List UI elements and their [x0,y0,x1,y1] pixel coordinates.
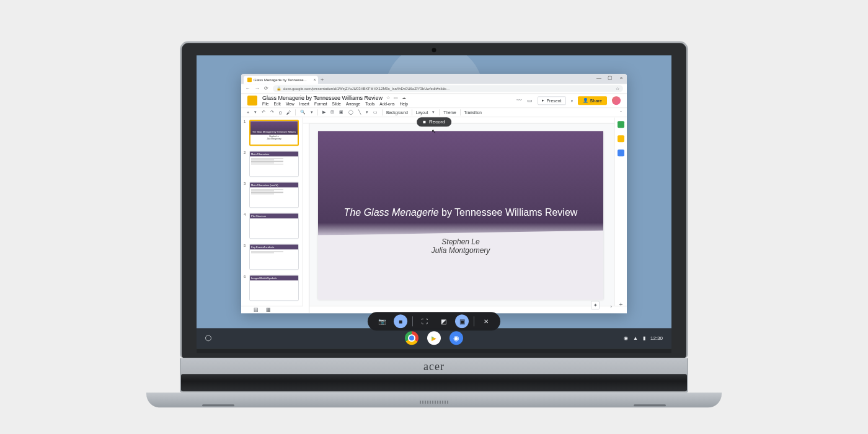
move-icon[interactable]: ▭ [394,95,398,100]
slide-thumbnail-1[interactable]: The Glass Menagerie by Tennessee William… [249,120,299,146]
video-icon: ■ [423,119,426,125]
collapse-toolbar-icon[interactable]: ˆ [620,110,622,115]
chevron-down-icon[interactable]: ▾ [254,110,257,115]
chevron-down-icon[interactable]: ▾ [310,110,314,115]
menu-tools[interactable]: Tools [365,102,374,106]
menu-view[interactable]: View [286,102,294,106]
back-icon[interactable]: ← [245,86,250,91]
battery-icon[interactable]: ▮ [643,335,645,341]
files-app-icon[interactable]: ◉ [450,331,463,345]
laptop-hinge [181,374,687,391]
chrome-app-icon[interactable] [405,331,418,345]
filmstrip-view-icon[interactable]: ▤ [254,307,259,312]
slide-thumbnail-5[interactable]: Key Events/Incidents [249,244,299,270]
screenshot-mode-button[interactable]: 📷 [375,314,389,328]
side-panel: + [614,117,627,313]
paint-format-button[interactable]: 🖌 [286,110,291,115]
shape-tool[interactable]: ◯ [348,110,354,115]
textbox-tool[interactable]: ⊞ [330,110,335,115]
window-close-icon[interactable]: × [618,75,624,81]
new-tab-button[interactable]: + [318,76,327,84]
capture-partial-button[interactable]: ◩ [436,314,450,328]
document-title[interactable]: Glass Menagerie by Tennessee Williams Re… [262,95,383,101]
play-store-icon[interactable] [427,331,441,345]
slides-logo-icon[interactable] [247,95,257,105]
slide-thumbnail-6[interactable]: Images/Motifs/Symbols [249,275,299,301]
calendar-addon-icon[interactable] [618,121,624,128]
print-button[interactable]: ⎙ [278,110,282,115]
layout-button[interactable]: Layout [416,110,428,115]
webcam [432,48,436,52]
grid-view-icon[interactable]: ▦ [266,307,271,312]
activity-icon[interactable]: 〰 [516,97,522,104]
slide-title: The Glass Menagerie by Tennessee William… [344,206,578,219]
workspace: 1 The Glass Menagerie by Tennessee Willi… [241,117,627,313]
vertical-ruler [303,123,309,313]
slide-canvas[interactable]: The Glass Menagerie by Tennessee William… [318,131,603,299]
notification-icon[interactable]: ◉ [624,335,628,341]
launcher-icon[interactable] [205,335,211,341]
toolbar: + ▾ ↶ ↷ ⎙ 🖌 🔍 ▾ ▶ ⊞ ▣ ◯ ╲ ▾ ▭ [241,107,627,117]
capture-fullscreen-button[interactable]: ⛶ [418,314,432,328]
chevron-down-icon[interactable]: ▾ [365,110,369,115]
image-tool[interactable]: ▣ [339,110,344,115]
redo-button[interactable]: ↷ [270,110,275,115]
new-slide-button[interactable]: + [246,110,250,115]
lock-icon: 🔒 [277,86,281,91]
tasks-addon-icon[interactable] [618,149,624,156]
capture-window-button[interactable]: ▣ [455,314,469,328]
url-input[interactable]: 🔒 docs.google.com/presentation/d/1WzjZYo… [273,85,623,92]
bookmark-star-icon[interactable]: ☆ [616,86,619,91]
chrome-window: Glass Menagerie by Tennesse... × + — ▢ ×… [241,74,627,313]
line-tool[interactable]: ╲ [358,110,361,115]
menu-help[interactable]: Help [400,102,408,106]
comment-tool[interactable]: ▭ [373,110,378,115]
present-dropdown-icon[interactable]: ▾ [571,99,573,103]
window-minimize-icon[interactable]: — [596,75,602,81]
menu-file[interactable]: File [262,102,268,106]
shelf-clock[interactable]: 12:30 [650,335,663,341]
slides-favicon [247,78,252,82]
explore-button[interactable]: ✦ [591,301,600,309]
record-tooltip: ■ Record [417,117,451,126]
theme-button[interactable]: Theme [443,110,456,115]
wifi-icon[interactable]: ▲ [633,335,638,341]
browser-tab[interactable]: Glass Menagerie by Tennesse... × [244,76,318,84]
reload-icon[interactable]: ⟳ [264,86,269,91]
share-button[interactable]: 👤 Share [578,96,607,105]
transition-button[interactable]: Transition [464,110,482,115]
screen-record-mode-button[interactable]: ■ [394,314,407,328]
slide-thumbnail-2[interactable]: Main Characters [249,151,299,177]
close-tab-icon[interactable]: × [314,78,316,82]
tab-strip: Glass Menagerie by Tennesse... × + — ▢ × [241,74,627,84]
chevron-down-icon[interactable]: ▾ [432,110,435,115]
menu-slide[interactable]: Slide [332,102,341,106]
thumb-number: 1 [244,120,247,146]
select-tool[interactable]: ▶ [322,110,326,115]
comments-icon[interactable]: ▭ [527,97,533,104]
star-icon[interactable]: ☆ [386,95,390,100]
present-button[interactable]: ▸ Present [538,96,565,105]
background-button[interactable]: Background [386,110,408,115]
close-capture-button[interactable]: ✕ [479,314,493,328]
keep-addon-icon[interactable] [618,135,624,142]
forward-icon[interactable]: → [254,86,260,91]
menu-insert[interactable]: Insert [299,102,309,106]
user-avatar[interactable] [612,96,621,105]
address-bar: ← → ⟳ 🔒 docs.google.com/presentation/d/1… [241,84,627,94]
menu-addons[interactable]: Add-ons [379,102,394,106]
slide-thumbnail-4[interactable]: Plot Structure [249,213,299,239]
menu-bar: File Edit View Insert Format Slide Arran… [262,102,408,106]
laptop-brand-logo: acer [423,360,445,373]
slide-author-2: Julia Montgomery [432,247,490,255]
menu-format[interactable]: Format [314,102,327,106]
window-maximize-icon[interactable]: ▢ [607,75,613,81]
menu-arrange[interactable]: Arrange [346,102,360,106]
menu-edit[interactable]: Edit [273,102,280,106]
slide-thumbnail-3[interactable]: Main Characters (cont'd) [249,182,299,208]
next-slide-icon[interactable]: › [610,304,612,309]
zoom-button[interactable]: 🔍 [299,110,306,115]
undo-button[interactable]: ↶ [261,110,266,115]
tab-title: Glass Menagerie by Tennesse... [254,78,307,82]
url-text: docs.google.com/presentation/d/1WzjZYoJU… [283,87,450,91]
